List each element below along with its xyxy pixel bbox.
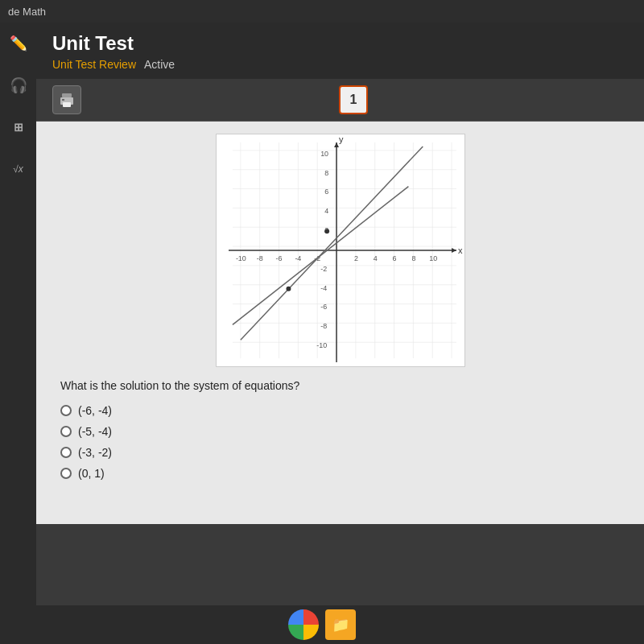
headphone-icon[interactable]: 🎧	[6, 72, 31, 98]
breadcrumb-row: Unit Test Review Active	[52, 58, 628, 79]
radio-2[interactable]	[60, 426, 72, 437]
edit-icon[interactable]: ✏️	[6, 31, 31, 56]
header-section: Unit Test Unit Test Review Active	[36, 23, 644, 79]
answer-label-1: (-6, -4)	[78, 404, 112, 417]
answer-label-4: (0, 1)	[78, 467, 105, 480]
question-content: x y -2 -4 -6 -8 -10 2 4 6 8 10 2 4 6	[36, 122, 644, 524]
breadcrumb-status: Active	[144, 58, 175, 71]
answer-option-4: (0, 1)	[60, 467, 620, 480]
print-button[interactable]	[52, 85, 81, 114]
answer-label-3: (-3, -2)	[78, 446, 112, 459]
svg-text:2: 2	[353, 254, 357, 262]
breadcrumb-link[interactable]: Unit Test Review	[52, 58, 136, 71]
radio-3[interactable]	[60, 447, 72, 458]
svg-text:10: 10	[320, 150, 328, 158]
top-bar-title: de Math	[8, 6, 46, 18]
svg-text:-6: -6	[275, 254, 282, 262]
svg-text:-4: -4	[320, 284, 327, 292]
svg-text:y: y	[339, 134, 344, 144]
answer-options: (-6, -4) (-5, -4) (-3, -2) (0, 1)	[60, 404, 620, 480]
answer-option-1: (-6, -4)	[60, 404, 620, 417]
svg-point-56	[324, 229, 329, 233]
svg-text:-6: -6	[320, 303, 327, 311]
svg-text:-2: -2	[320, 265, 327, 273]
sqrt-icon[interactable]: √x	[6, 156, 31, 182]
question-number: 1	[339, 85, 368, 114]
svg-text:4: 4	[373, 254, 377, 262]
svg-rect-2	[63, 102, 71, 107]
taskbar: 📁	[0, 605, 644, 644]
chrome-icon[interactable]	[288, 609, 319, 640]
question-text: What is the solution to the system of eq…	[60, 379, 620, 392]
coordinate-graph: x y -2 -4 -6 -8 -10 2 4 6 8 10 2 4 6	[217, 134, 464, 366]
svg-rect-0	[62, 93, 72, 97]
svg-text:-8: -8	[256, 254, 262, 262]
answer-label-2: (-5, -4)	[78, 425, 112, 438]
svg-text:8: 8	[324, 169, 328, 177]
svg-text:10: 10	[429, 254, 437, 262]
content-area: Unit Test Unit Test Review Active 1	[36, 23, 644, 644]
svg-text:-10: -10	[316, 341, 327, 349]
toolbar: 1	[36, 79, 644, 122]
printer-icon	[59, 92, 75, 108]
svg-text:6: 6	[392, 254, 396, 262]
svg-text:x: x	[457, 246, 462, 255]
svg-text:4: 4	[324, 207, 328, 215]
graph-container: x y -2 -4 -6 -8 -10 2 4 6 8 10 2 4 6	[216, 134, 465, 367]
svg-text:-4: -4	[295, 254, 301, 262]
main-layout: ✏️ 🎧 ⊞ √x Unit Test Unit Test Review Act…	[0, 23, 644, 644]
answer-option-3: (-3, -2)	[60, 446, 620, 459]
svg-point-57	[286, 287, 291, 291]
svg-rect-3	[62, 99, 64, 101]
radio-4[interactable]	[60, 468, 72, 479]
svg-text:8: 8	[411, 254, 415, 262]
sidebar: ✏️ 🎧 ⊞ √x	[0, 23, 36, 644]
svg-text:6: 6	[324, 188, 328, 196]
answer-option-2: (-5, -4)	[60, 425, 620, 438]
top-bar: de Math	[0, 0, 644, 23]
files-icon[interactable]: 📁	[325, 609, 356, 640]
calculator-icon[interactable]: ⊞	[6, 114, 31, 140]
svg-text:-10: -10	[235, 254, 246, 262]
radio-1[interactable]	[60, 405, 72, 416]
svg-text:-8: -8	[320, 322, 327, 330]
page-title: Unit Test	[52, 32, 628, 55]
